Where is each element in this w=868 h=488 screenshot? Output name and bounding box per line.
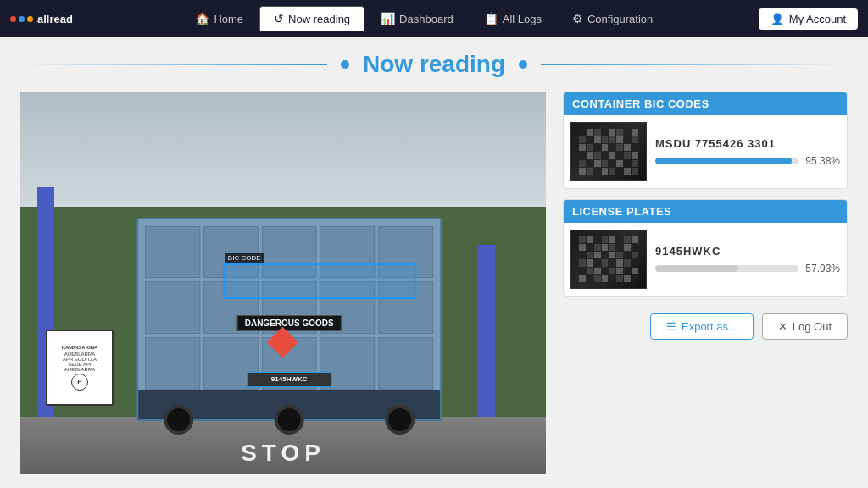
container-bic-bar-bg bbox=[655, 158, 798, 164]
container-thumb-inner bbox=[571, 123, 646, 180]
plate-thumb-pixels bbox=[579, 236, 638, 282]
logs-icon: 📋 bbox=[484, 12, 498, 25]
bottom-row: ☰ Export as... ✕ Log Out bbox=[563, 313, 848, 340]
dangerous-goods-label: DANGEROUS GOODS bbox=[245, 319, 334, 328]
tab-configuration-label: Configuration bbox=[587, 13, 653, 25]
video-feed: BIC CODE DANGEROUS GOODS 9145HWKC KA bbox=[20, 92, 546, 474]
container-bic-header: CONTAINER BIC CODES bbox=[564, 92, 847, 115]
account-icon: 👤 bbox=[771, 13, 784, 25]
container-bic-pct: 95.38% bbox=[805, 155, 840, 167]
now-reading-icon: ↺ bbox=[274, 12, 284, 25]
tab-all-logs[interactable]: 📋 All Logs bbox=[470, 6, 556, 31]
video-container: BIC CODE DANGEROUS GOODS 9145HWKC KA bbox=[20, 92, 546, 474]
navbar: allread 🏠 Home ↺ Now reading 📊 Dashboard… bbox=[0, 0, 868, 37]
container-bic-thumbnail bbox=[570, 122, 647, 181]
stop-text: STOP bbox=[241, 440, 326, 467]
export-icon: ☰ bbox=[666, 320, 676, 333]
nav-tabs: 🏠 Home ↺ Now reading 📊 Dashboard 📋 All L… bbox=[90, 6, 759, 31]
container-bic-body: MSDU 7755426 3301 95.38% bbox=[564, 115, 847, 188]
wheel-right bbox=[385, 405, 415, 435]
export-label: Export as... bbox=[682, 320, 737, 333]
license-plate-bar-bg bbox=[655, 265, 798, 272]
right-panel: CONTAINER BIC CODES bbox=[563, 92, 848, 474]
tab-dashboard-label: Dashboard bbox=[399, 13, 453, 25]
license-plate-pct: 57.93% bbox=[805, 263, 840, 274]
home-icon: 🏠 bbox=[195, 12, 209, 25]
container-bic-info: MSDU 7755426 3301 95.38% bbox=[655, 137, 840, 167]
truck-panels bbox=[145, 226, 433, 390]
stop-label: STOP bbox=[241, 440, 326, 466]
road-sign: KAMINSAKINA AUEBLARRA APR EGDITZA SEDE A… bbox=[46, 330, 114, 406]
logo-text: allread bbox=[37, 13, 73, 25]
account-label: My Account bbox=[789, 13, 846, 25]
page-title-row: Now reading bbox=[20, 51, 848, 78]
body-row: BIC CODE DANGEROUS GOODS 9145HWKC KA bbox=[20, 92, 848, 474]
truck-body: BIC CODE DANGEROUS GOODS 9145HWKC bbox=[136, 218, 442, 421]
nav-right: 👤 My Account bbox=[759, 8, 858, 30]
title-dot-right bbox=[519, 60, 527, 69]
logo-dots bbox=[10, 16, 33, 22]
logo-dot-blue bbox=[19, 16, 25, 22]
logo-dot-yellow bbox=[27, 16, 33, 22]
scene-sky bbox=[20, 92, 546, 207]
my-account-button[interactable]: 👤 My Account bbox=[759, 8, 858, 30]
title-dot-left bbox=[341, 60, 349, 69]
tab-home[interactable]: 🏠 Home bbox=[181, 6, 258, 31]
license-plate-card: LICENSE PLATES bbox=[563, 199, 848, 297]
wheel-center bbox=[275, 405, 304, 435]
license-plate-bar-fill bbox=[655, 265, 738, 272]
bic-detection-box: BIC CODE bbox=[223, 263, 416, 299]
container-bic-card: CONTAINER BIC CODES bbox=[563, 92, 848, 189]
logout-button[interactable]: ✕ Log Out bbox=[762, 313, 848, 340]
logo-area: allread bbox=[10, 13, 73, 25]
license-plate-header: LICENSE PLATES bbox=[564, 200, 847, 223]
tab-now-reading-label: Now reading bbox=[288, 13, 350, 25]
tab-home-label: Home bbox=[214, 13, 243, 25]
license-plate-body: 9145HWKC 57.93% bbox=[564, 223, 847, 296]
dashboard-icon: 📊 bbox=[381, 12, 395, 25]
tab-all-logs-label: All Logs bbox=[503, 13, 542, 25]
main-content: Now reading bbox=[0, 37, 868, 488]
license-plate-thumbnail bbox=[570, 230, 647, 289]
title-line-right bbox=[541, 64, 848, 65]
plate-thumb-inner bbox=[571, 230, 646, 288]
license-plate-info: 9145HWKC 57.93% bbox=[655, 245, 840, 274]
container-bic-value: MSDU 7755426 3301 bbox=[655, 137, 840, 150]
export-button[interactable]: ☰ Export as... bbox=[650, 313, 754, 340]
container-thumb-pixels bbox=[579, 129, 638, 175]
dangerous-goods-overlay: DANGEROUS GOODS bbox=[237, 315, 342, 331]
tab-now-reading[interactable]: ↺ Now reading bbox=[259, 6, 364, 31]
tab-configuration[interactable]: ⚙ Configuration bbox=[558, 6, 667, 31]
license-plate-value: 9145HWKC bbox=[655, 245, 840, 258]
license-plate-confidence-row: 57.93% bbox=[655, 263, 840, 274]
page-title: Now reading bbox=[363, 51, 505, 78]
tab-dashboard[interactable]: 📊 Dashboard bbox=[366, 6, 468, 31]
container-bic-bar-fill bbox=[655, 158, 792, 164]
plate-area: 9145HWKC bbox=[247, 372, 331, 387]
title-line-left bbox=[20, 64, 327, 65]
plate-text-overlay: 9145HWKC bbox=[271, 375, 308, 383]
logout-label: Log Out bbox=[793, 320, 832, 333]
wheel-left bbox=[164, 405, 193, 435]
container-bic-confidence-row: 95.38% bbox=[655, 155, 840, 167]
logout-icon: ✕ bbox=[778, 320, 787, 333]
logo-dot-red bbox=[10, 16, 16, 22]
config-icon: ⚙ bbox=[572, 12, 583, 25]
